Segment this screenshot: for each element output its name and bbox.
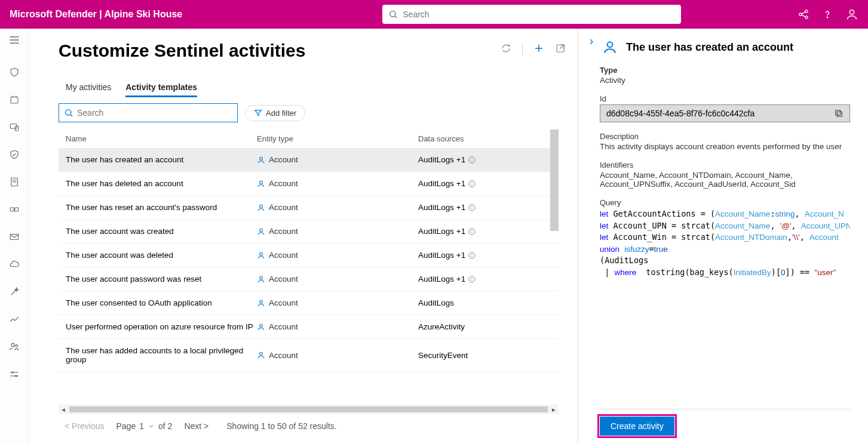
account-icon <box>257 323 265 331</box>
search-icon <box>64 108 73 118</box>
prev-page[interactable]: < Previous <box>65 421 105 431</box>
next-page[interactable]: Next > <box>184 421 208 431</box>
col-entity[interactable]: Entity type <box>257 134 418 143</box>
add-filter-label: Add filter <box>266 109 296 118</box>
details-panel: The user has created an account Type Act… <box>578 29 868 444</box>
popout-button[interactable] <box>555 43 566 56</box>
col-data-sources[interactable]: Data sources <box>418 134 551 143</box>
row-data-sources: AuditLogs +1 <box>418 155 551 164</box>
settings-icon[interactable] <box>9 369 20 380</box>
tab-my-activities[interactable]: My activities <box>66 79 111 97</box>
search-icon <box>388 10 398 19</box>
svg-point-0 <box>390 11 395 17</box>
account-icon <box>257 204 265 212</box>
svg-point-8 <box>849 10 854 14</box>
add-filter-button[interactable]: Add filter <box>245 105 305 121</box>
row-entity: Account <box>257 227 418 236</box>
horizontal-scrollbar[interactable]: ◄ ► <box>59 405 559 414</box>
svg-point-57 <box>472 253 473 254</box>
secure-score-icon[interactable] <box>9 149 20 160</box>
col-name[interactable]: Name <box>66 134 257 143</box>
global-search-input[interactable] <box>403 10 675 19</box>
analytics-icon[interactable] <box>9 314 20 325</box>
svg-point-35 <box>66 110 71 115</box>
info-icon <box>468 251 476 260</box>
app-header: Microsoft Defender | Alpine Ski House <box>0 0 868 29</box>
table-row[interactable]: The user consented to OAuth applicationA… <box>59 291 559 315</box>
table-search-input[interactable] <box>77 108 232 118</box>
svg-line-24 <box>11 289 16 295</box>
description-value: This activity displays account creation … <box>600 142 850 151</box>
connectors-icon[interactable] <box>9 204 20 215</box>
svg-rect-12 <box>11 97 18 104</box>
svg-rect-23 <box>10 235 19 240</box>
incidents-icon[interactable] <box>9 94 20 105</box>
row-data-sources: AuditLogs +1 <box>418 275 551 283</box>
svg-point-53 <box>472 229 473 230</box>
cloud-icon[interactable] <box>9 259 20 270</box>
separator <box>522 44 523 56</box>
chevron-down-icon[interactable] <box>148 423 155 430</box>
wand-icon[interactable] <box>9 286 20 297</box>
collapse-panel-icon[interactable] <box>587 37 596 47</box>
id-value: d6d08c94-455f-4ea5-8f76-fc6c0c442cfa <box>606 109 754 118</box>
page-number[interactable]: 1 <box>139 421 144 431</box>
scroll-left-icon[interactable]: ◄ <box>59 406 68 413</box>
svg-point-41 <box>472 158 473 158</box>
global-search[interactable] <box>382 5 681 24</box>
svg-point-54 <box>260 252 263 255</box>
tab-activity-templates[interactable]: Activity templates <box>125 79 197 97</box>
table-row[interactable]: The user has deleted an accountAccountAu… <box>59 172 559 196</box>
svg-point-45 <box>472 181 473 182</box>
account-icon <box>257 299 265 307</box>
account-icon <box>257 351 265 359</box>
table-row[interactable]: The user account was createdAccountAudit… <box>59 220 559 243</box>
type-label: Type <box>600 66 850 75</box>
svg-point-64 <box>260 352 263 355</box>
table-row[interactable]: The user has reset an account's password… <box>59 196 559 220</box>
vertical-scrollbar[interactable] <box>550 130 559 231</box>
create-activity-button[interactable]: Create activity <box>600 417 674 436</box>
scroll-right-icon[interactable]: ► <box>549 406 559 413</box>
svg-point-50 <box>260 229 263 232</box>
table-search[interactable] <box>59 103 238 122</box>
devices-icon[interactable] <box>9 122 20 132</box>
menu-icon[interactable] <box>9 36 20 44</box>
svg-line-34 <box>560 45 564 49</box>
row-name: The user has reset an account's password <box>66 203 257 212</box>
tabs: My activities Activity templates <box>66 79 559 97</box>
shield-icon[interactable] <box>9 67 20 78</box>
row-entity: Account <box>257 251 418 260</box>
row-data-sources: AuditLogs +1 <box>418 203 551 212</box>
svg-point-65 <box>608 42 613 47</box>
account-icon[interactable] <box>845 8 858 21</box>
page-of: of 2 <box>158 421 172 431</box>
table-row[interactable]: The user account was deletedAccountAudit… <box>59 243 559 267</box>
svg-point-25 <box>11 343 14 346</box>
refresh-button[interactable] <box>501 43 511 56</box>
row-data-sources: SecurityEvent <box>418 351 551 360</box>
nav-rail <box>0 29 29 444</box>
filter-icon <box>254 109 262 117</box>
account-icon <box>257 275 265 283</box>
row-name: The user account was deleted <box>66 251 257 260</box>
user-icon <box>602 39 618 55</box>
type-value: Activity <box>600 76 850 85</box>
help-icon[interactable] <box>821 8 833 20</box>
page-label: Page <box>116 421 136 431</box>
query-code: let GetAccountActions = (Account_Name:st… <box>600 208 850 278</box>
table-row[interactable]: The user has created an accountAccountAu… <box>59 148 559 172</box>
reports-icon[interactable] <box>9 177 20 187</box>
svg-rect-21 <box>14 208 18 211</box>
scroll-thumb[interactable] <box>69 406 548 412</box>
identity-icon[interactable] <box>9 341 20 352</box>
table-row[interactable]: The user has added accounts to a local p… <box>59 339 559 372</box>
share-icon[interactable] <box>798 8 809 20</box>
add-button[interactable] <box>533 43 544 56</box>
copy-icon[interactable] <box>834 109 844 118</box>
table-row[interactable]: User performed operation on azure resour… <box>59 315 559 339</box>
svg-rect-20 <box>10 208 14 211</box>
table-row[interactable]: The user account password was resetAccou… <box>59 267 559 291</box>
mail-icon[interactable] <box>9 232 20 242</box>
row-name: The user has deleted an account <box>66 179 257 188</box>
